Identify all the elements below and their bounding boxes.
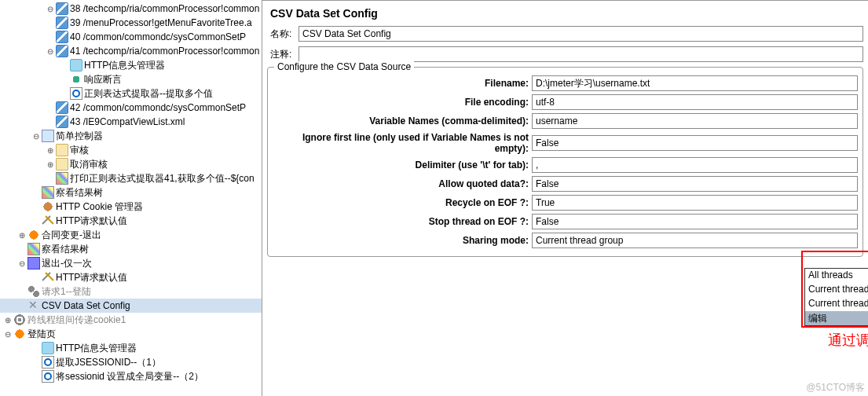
- tree-node-label: HTTP信息头管理器: [56, 342, 137, 355]
- tree-node[interactable]: 请求1--登陆: [0, 284, 262, 299]
- csv-icon: [27, 299, 40, 312]
- comment-input[interactable]: [298, 46, 863, 62]
- tree-node[interactable]: ⊖登陆页: [0, 327, 262, 341]
- extract-icon: [42, 356, 54, 368]
- tree-node[interactable]: 将sessionid 设置成全局变量--（2）: [0, 369, 262, 383]
- tree-node[interactable]: ⊕取消审核: [0, 157, 262, 171]
- tree-node[interactable]: 正则表达式提取器--提取多个值: [0, 86, 262, 101]
- tree-toggle-icon: [60, 60, 69, 70]
- config-icon: [42, 271, 54, 284]
- tree-node-label: 正则表达式提取器--提取多个值: [84, 87, 213, 101]
- sharing-select[interactable]: [532, 233, 858, 248]
- tree-node[interactable]: HTTP Cookie 管理器: [0, 200, 262, 214]
- tree-node-label: HTTP请求默认值: [56, 214, 127, 228]
- varnames-label: Variable Names (comma-delimited):: [273, 116, 532, 126]
- tree-node[interactable]: 察看结果树: [0, 242, 262, 256]
- tree-toggle-icon: [46, 32, 55, 42]
- tree-node-label: 登陆页: [27, 328, 56, 341]
- folder-icon: [56, 158, 68, 170]
- tree-node[interactable]: ⊕审核: [0, 143, 262, 157]
- sampler-icon: [56, 31, 68, 43]
- tree-toggle-icon[interactable]: ⊕: [46, 145, 55, 155]
- tree-node[interactable]: CSV Data Set Config: [0, 299, 262, 313]
- dropdown-option[interactable]: All threads: [805, 269, 868, 283]
- tree-node[interactable]: ⊖退出-仅一次: [0, 256, 262, 270]
- tree-node-label: HTTP请求默认值: [56, 271, 127, 284]
- tree-toggle-icon[interactable]: ⊖: [31, 131, 41, 141]
- tree-node-label: 38 /techcomp/ria/commonProcessor!common: [70, 3, 259, 14]
- quoted-select[interactable]: [532, 176, 858, 192]
- tree-toggle-icon[interactable]: ⊕: [46, 160, 55, 169]
- tree-toggle-icon: [31, 202, 41, 211]
- tree-node-label: HTTP Cookie 管理器: [56, 200, 143, 214]
- tree-node[interactable]: 42 /common/commondc/sysCommonSetP: [0, 101, 262, 115]
- tree-toggle-icon: [31, 343, 41, 353]
- tree-node-label: HTTP信息头管理器: [84, 59, 165, 72]
- recycle-select[interactable]: [532, 195, 858, 211]
- fieldset-legend: Configure the CSV Data Source: [274, 61, 414, 72]
- badge-icon: [27, 229, 40, 241]
- tree-node[interactable]: 43 /IE9CompatViewList.xml: [0, 115, 262, 129]
- header-icon: [42, 342, 54, 354]
- tree-toggle-icon[interactable]: ⊕: [3, 315, 13, 324]
- tree-node[interactable]: HTTP信息头管理器: [0, 341, 262, 355]
- threadgroup-icon: [27, 285, 40, 298]
- tree-toggle-icon: [17, 301, 27, 310]
- tree-node[interactable]: 察看结果树: [0, 185, 262, 200]
- varnames-input[interactable]: [532, 113, 858, 129]
- tree-node[interactable]: HTTP信息头管理器: [0, 58, 262, 72]
- annotation-text: 通过调整这里，可以改变取参数的顺序。: [828, 331, 868, 350]
- filename-input[interactable]: [532, 75, 858, 91]
- tree-node-label: 40 /common/commondc/sysCommonSetP: [70, 31, 246, 42]
- tree-node[interactable]: ⊖简单控制器: [0, 129, 262, 143]
- tree-toggle-icon: [31, 216, 41, 226]
- quoted-label: Allow quoted data?:: [273, 178, 532, 189]
- encoding-input[interactable]: [532, 94, 858, 110]
- tree-node[interactable]: 40 /common/commondc/sysCommonSetP: [0, 30, 262, 44]
- delimiter-input[interactable]: [532, 157, 858, 173]
- tree-node[interactable]: HTTP请求默认值: [0, 214, 262, 228]
- tree-toggle-icon[interactable]: ⊖: [17, 258, 27, 268]
- sharing-dropdown[interactable]: All threadsCurrent thread groupCurrent t…: [804, 268, 868, 326]
- sampler-icon: [56, 16, 68, 29]
- stop-select[interactable]: [532, 214, 858, 229]
- tree-toggle-icon: [46, 117, 55, 126]
- tree-node-label: 跨线程组间传递cookie1: [27, 314, 126, 327]
- tree-node[interactable]: 打印正则表达式提取器41,获取多个值--${con: [0, 171, 262, 185]
- tree-node[interactable]: 39 /menuProcessor!getMenuFavoriteTree.a: [0, 16, 262, 30]
- config-panel: CSV Data Set Config 名称: 注释: Configure th…: [262, 0, 868, 396]
- tree-node[interactable]: ⊕合同变更-退出: [0, 228, 262, 242]
- once-icon: [27, 257, 40, 270]
- tree-node-label: 合同变更-退出: [42, 229, 101, 242]
- tree-node-label: 简单控制器: [56, 130, 103, 143]
- sharing-label: Sharing mode:: [273, 235, 532, 246]
- name-input[interactable]: [298, 26, 863, 42]
- tree-toggle-icon[interactable]: ⊖: [3, 329, 13, 339]
- config-icon: [42, 214, 54, 227]
- tree-node[interactable]: ⊖41 /techcomp/ria/commonProcessor!common: [0, 44, 262, 58]
- tree-toggle-icon[interactable]: ⊕: [17, 230, 27, 240]
- tree-toggle-icon[interactable]: ⊖: [46, 46, 55, 56]
- comment-label: 注释:: [267, 48, 298, 61]
- dropdown-option[interactable]: Current thread group: [805, 283, 868, 297]
- tree-node-label: 退出-仅一次: [42, 257, 92, 270]
- dropdown-option[interactable]: Current thread: [805, 297, 868, 311]
- tree-toggle-icon[interactable]: ⊖: [46, 4, 55, 13]
- tree-node[interactable]: ⊖38 /techcomp/ria/commonProcessor!common: [0, 2, 262, 16]
- stop-label: Stop thread on EOF ?:: [273, 216, 532, 227]
- tree-node-label: 将sessionid 设置成全局变量--（2）: [56, 370, 203, 383]
- tree-node[interactable]: HTTP请求默认值: [0, 270, 262, 284]
- ignore-select[interactable]: [532, 135, 858, 151]
- tree-node[interactable]: ⊕跨线程组间传递cookie1: [0, 313, 262, 327]
- assert-icon: [70, 73, 82, 86]
- watermark: @51CTO博客: [806, 381, 865, 394]
- delimiter-label: Delimiter (use '\t' for tab):: [273, 160, 532, 170]
- tree-node[interactable]: 提取JSESSIONID--（1）: [0, 355, 262, 369]
- dropdown-option[interactable]: 编辑: [805, 311, 868, 325]
- listener-icon: [27, 243, 40, 255]
- listener-icon: [56, 172, 68, 185]
- tree-node[interactable]: 响应断言: [0, 72, 262, 86]
- gear-icon: [13, 314, 26, 326]
- extract-icon: [70, 87, 82, 100]
- tree-toggle-icon: [46, 103, 55, 112]
